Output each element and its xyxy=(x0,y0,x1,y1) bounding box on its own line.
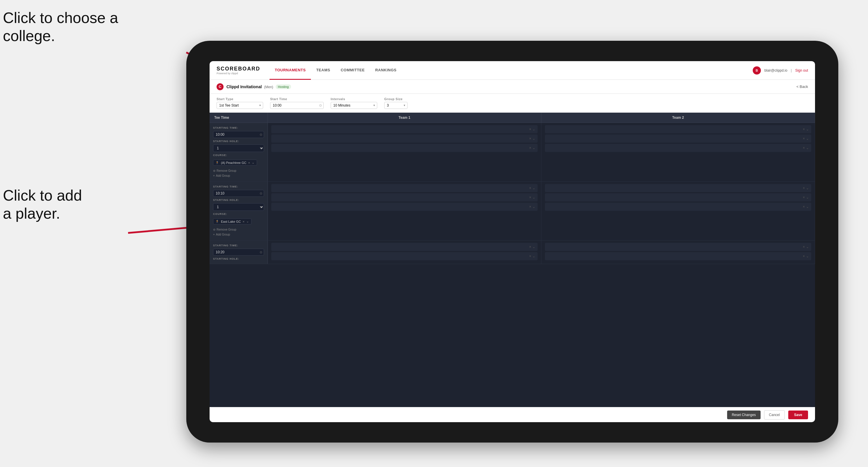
player-slot-t2-2-2[interactable]: × ⌄ xyxy=(545,193,811,201)
slot-x-t1-2-1[interactable]: × xyxy=(529,186,531,190)
slot-x-t1-1-2[interactable]: × xyxy=(529,137,531,140)
hole-select-1[interactable]: 1 10 xyxy=(213,145,264,152)
slot-x-t1-2-3[interactable]: × xyxy=(529,205,531,209)
starting-hole-label-2: STARTING HOLE: xyxy=(213,198,264,201)
slot-x-t1-2-2[interactable]: × xyxy=(529,196,531,199)
team1-cell-2: × ⌄ × ⌄ × xyxy=(268,182,541,240)
slot-x-t2-2-2[interactable]: × xyxy=(803,196,805,199)
slot-x-t1-3-2[interactable]: × xyxy=(529,254,531,258)
start-type-label: Start Type xyxy=(217,97,263,101)
header-right: B blair@clippd.io | Sign out xyxy=(753,66,808,74)
player-slot-t2-1-2[interactable]: × ⌄ xyxy=(545,134,811,143)
slot-chevron-t2-1-1[interactable]: ⌄ xyxy=(806,127,809,131)
slot-chevron-t2-3-2[interactable]: ⌄ xyxy=(806,254,809,258)
course-tag-2[interactable]: 🏌 East Lake GC × ⌄ xyxy=(213,218,251,224)
player-slot-t1-3-2[interactable]: × ⌄ xyxy=(271,252,538,260)
app-footer: Reset Changes Cancel Save xyxy=(210,407,815,422)
slot-chevron-t1-2-1[interactable]: ⌄ xyxy=(532,186,535,190)
player-slot-t1-2-2[interactable]: × ⌄ xyxy=(271,193,538,201)
player-slot-t1-1-2[interactable]: × ⌄ xyxy=(271,134,538,143)
course-remove-1[interactable]: × xyxy=(248,161,250,164)
player-slot-t2-2-1[interactable]: × ⌄ xyxy=(545,184,811,192)
course-chevron-2[interactable]: ⌄ xyxy=(246,220,249,223)
time-input-3[interactable] xyxy=(213,249,264,256)
team2-cell-1: × ⌄ × ⌄ × xyxy=(541,123,815,181)
player-slot-t2-1-3[interactable]: × ⌄ xyxy=(545,144,811,152)
group-size-select[interactable]: 3 2 4 xyxy=(384,102,407,109)
slot-chevron-t1-1-2[interactable]: ⌄ xyxy=(532,137,535,140)
add-group-btn-1[interactable]: + Add Group xyxy=(213,174,264,178)
time-input-2[interactable] xyxy=(213,190,264,197)
course-remove-2[interactable]: × xyxy=(243,220,244,223)
player-slot-t2-3-1[interactable]: × ⌄ xyxy=(545,243,811,251)
start-time-input[interactable] xyxy=(270,102,324,109)
slot-actions-t1-3-2: × ⌄ xyxy=(529,254,535,258)
slot-x-t1-3-1[interactable]: × xyxy=(529,245,531,249)
player-slot-t2-1-1[interactable]: × ⌄ xyxy=(545,125,811,133)
add-group-btn-2[interactable]: + Add Group xyxy=(213,232,264,237)
slot-chevron-t2-2-2[interactable]: ⌄ xyxy=(806,196,809,199)
slot-actions-t2-1-3: × ⌄ xyxy=(803,146,809,150)
slot-x-t1-1-1[interactable]: × xyxy=(529,127,531,131)
slot-chevron-t1-1-1[interactable]: ⌄ xyxy=(532,127,535,131)
player-slot-t2-2-3[interactable]: × ⌄ xyxy=(545,203,811,211)
slot-x-t2-1-3[interactable]: × xyxy=(803,146,805,150)
save-button[interactable]: Save xyxy=(788,410,808,419)
user-email: blair@clippd.io xyxy=(764,68,787,72)
player-slot-t1-1-1[interactable]: × ⌄ xyxy=(271,125,538,133)
reset-button[interactable]: Reset Changes xyxy=(727,410,761,419)
team2-cell-2: × ⌄ × ⌄ × xyxy=(541,182,815,240)
slot-chevron-t1-2-2[interactable]: ⌄ xyxy=(532,196,535,199)
player-slot-t1-3-1[interactable]: × ⌄ xyxy=(271,243,538,251)
player-slot-t1-1-3[interactable]: × ⌄ xyxy=(271,144,538,152)
intervals-select-wrapper: 10 Minutes 5 Minutes 8 Minutes xyxy=(331,102,377,109)
slot-chevron-t1-2-3[interactable]: ⌄ xyxy=(532,205,535,209)
add-group-icon-1: + xyxy=(213,174,215,177)
intervals-select[interactable]: 10 Minutes 5 Minutes 8 Minutes xyxy=(331,102,377,109)
team1-cell-1: × ⌄ × ⌄ × xyxy=(268,123,541,181)
slot-x-t2-1-2[interactable]: × xyxy=(803,137,805,140)
schedule-groups: STARTING TIME: ⊙ STARTING HOLE: 1 10 xyxy=(210,123,815,264)
hole-select-wrapper-1: 1 10 xyxy=(213,145,264,152)
back-link[interactable]: < Back xyxy=(796,85,808,89)
course-tag-1[interactable]: 🏌 (A) Peachtree GC × ⌄ xyxy=(213,160,257,166)
slot-chevron-t1-1-3[interactable]: ⌄ xyxy=(532,146,535,150)
sign-out-link[interactable]: Sign out xyxy=(795,68,808,72)
course-chevron-1[interactable]: ⌄ xyxy=(252,161,254,164)
slot-x-t2-3-2[interactable]: × xyxy=(803,254,805,258)
slot-x-t2-2-3[interactable]: × xyxy=(803,205,805,209)
slot-chevron-t2-2-1[interactable]: ⌄ xyxy=(806,186,809,190)
course-section-1: 🏌 (A) Peachtree GC × ⌄ xyxy=(213,160,264,166)
slot-x-t1-1-3[interactable]: × xyxy=(529,146,531,150)
slot-x-t2-1-1[interactable]: × xyxy=(803,127,805,131)
course-icon-1: 🏌 xyxy=(216,161,219,164)
clock-icon-1: ⊙ xyxy=(260,133,262,136)
nav-tab-committee[interactable]: COMMITTEE xyxy=(335,61,370,80)
remove-group-btn-2[interactable]: ⊖ Remove Group xyxy=(213,227,264,232)
nav-tab-tournaments[interactable]: TOURNAMENTS xyxy=(270,61,311,80)
cancel-button[interactable]: Cancel xyxy=(764,410,785,419)
slot-actions-t2-1-1: × ⌄ xyxy=(803,127,809,131)
time-input-1[interactable] xyxy=(213,131,264,138)
player-slot-t1-2-3[interactable]: × ⌄ xyxy=(271,203,538,211)
slot-x-t2-3-1[interactable]: × xyxy=(803,245,805,249)
slot-chevron-t2-3-1[interactable]: ⌄ xyxy=(806,245,809,249)
slot-chevron-t2-2-3[interactable]: ⌄ xyxy=(806,205,809,209)
slot-chevron-t2-1-2[interactable]: ⌄ xyxy=(806,137,809,140)
course-name-1: (A) Peachtree GC xyxy=(221,161,246,164)
slot-chevron-t2-1-3[interactable]: ⌄ xyxy=(806,146,809,150)
slot-chevron-t1-3-2[interactable]: ⌄ xyxy=(532,254,535,258)
player-slot-t2-3-2[interactable]: × ⌄ xyxy=(545,252,811,260)
team1-cell-3: × ⌄ × ⌄ xyxy=(268,241,541,264)
user-avatar: B xyxy=(753,66,761,74)
nav-tab-teams[interactable]: TEAMS xyxy=(311,61,335,80)
player-slot-t1-2-1[interactable]: × ⌄ xyxy=(271,184,538,192)
slot-x-t2-2-1[interactable]: × xyxy=(803,186,805,190)
hole-select-2[interactable]: 1 10 xyxy=(213,203,264,211)
main-content[interactable]: STARTING TIME: ⊙ STARTING HOLE: 1 10 xyxy=(210,123,815,407)
nav-tab-rankings[interactable]: RANKINGS xyxy=(370,61,402,80)
remove-group-btn-1[interactable]: ⊖ Remove Group xyxy=(213,168,264,173)
start-type-select[interactable]: 1st Tee Start Shotgun Start xyxy=(217,102,263,109)
starting-hole-label-3: STARTING HOLE: xyxy=(213,257,264,260)
slot-chevron-t1-3-1[interactable]: ⌄ xyxy=(532,245,535,249)
